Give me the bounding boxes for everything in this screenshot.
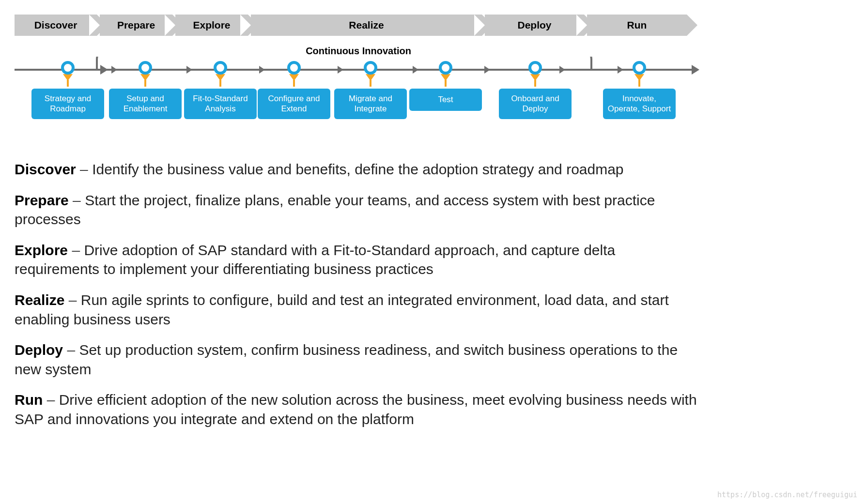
workstream-label: Test xyxy=(438,94,453,105)
node-connector-icon xyxy=(289,74,299,81)
phase-description-deploy: Deploy – Set up production system, confi… xyxy=(15,340,702,379)
node-marker-icon xyxy=(528,61,542,75)
node-connector-bar xyxy=(144,80,146,87)
dash-separator: – xyxy=(47,392,55,408)
node-connector-bar xyxy=(67,80,69,87)
node-connector-icon xyxy=(140,74,150,81)
workstream-box: Fit-to-StandardAnalysis xyxy=(184,89,257,119)
phase-chevron-explore: Explore xyxy=(175,15,248,36)
node-connector-icon xyxy=(634,74,644,81)
phase-text: Identify the business value and benefits… xyxy=(92,161,623,177)
phase-chevron-label: Deploy xyxy=(517,19,551,31)
node-marker-icon xyxy=(61,61,75,75)
phase-text: Drive efficient adoption of the new solu… xyxy=(15,392,697,427)
phase-description-run: Run – Drive efficient adoption of the ne… xyxy=(15,390,702,428)
workstream-box: Innovate,Operate, Support xyxy=(603,89,676,119)
continuous-innovation-text: Continuous Innovation xyxy=(301,46,416,56)
workstream-label: Fit-to-StandardAnalysis xyxy=(193,93,247,114)
continuous-innovation-label: Continuous Innovation xyxy=(15,46,702,57)
phase-chevron-label: Prepare xyxy=(117,19,155,31)
phase-description-realize: Realize – Run agile sprints to configure… xyxy=(15,290,702,329)
phase-chevron-label: Realize xyxy=(349,19,384,31)
workstream-node: Strategy andRoadmap xyxy=(31,61,104,119)
dash-separator: – xyxy=(73,192,81,208)
node-connector-icon xyxy=(441,74,450,81)
workstream-box: Onboard andDeploy xyxy=(499,89,572,119)
phase-chevron-label: Run xyxy=(627,19,647,31)
workstream-label: Migrate andIntegrate xyxy=(349,93,392,114)
phase-chevron-deploy: Deploy xyxy=(485,15,584,36)
node-connector-bar xyxy=(445,80,447,87)
workstream-box: Setup andEnablement xyxy=(109,89,182,119)
workstream-box: Configure andExtend xyxy=(258,89,330,119)
node-connector-bar xyxy=(638,80,640,87)
phase-chevron-discover: Discover xyxy=(15,15,97,36)
phase-descriptions: Discover – Identify the business value a… xyxy=(15,160,702,429)
phase-text: Start the project, finalize plans, enabl… xyxy=(15,192,655,228)
dash-separator: – xyxy=(67,342,75,358)
workstream-box: Migrate andIntegrate xyxy=(334,89,407,119)
phase-text: Drive adoption of SAP standard with a Fi… xyxy=(15,242,615,277)
workstream-label: Strategy andRoadmap xyxy=(45,93,91,114)
workstream-label: Configure andExtend xyxy=(268,93,320,114)
phase-term: Discover xyxy=(15,161,76,177)
workstream-box: Strategy andRoadmap xyxy=(31,89,104,119)
workstream-node: Configure andExtend xyxy=(258,61,330,119)
workstream-node: Setup andEnablement xyxy=(109,61,182,119)
workstream-label: Innovate,Operate, Support xyxy=(608,93,671,114)
node-connector-bar xyxy=(293,80,295,87)
node-connector-icon xyxy=(216,74,225,81)
node-connector-bar xyxy=(370,80,371,87)
workstream-node: Test xyxy=(409,61,482,111)
node-marker-icon xyxy=(633,61,646,75)
workstream-node: Fit-to-StandardAnalysis xyxy=(184,61,257,119)
phase-description-prepare: Prepare – Start the project, finalize pl… xyxy=(15,191,702,229)
phase-chevron-row: DiscoverPrepareExploreRealizeDeployRun xyxy=(15,15,693,36)
workstream-node: Innovate,Operate, Support xyxy=(603,61,676,119)
node-connector-bar xyxy=(534,80,536,87)
phase-chevron-label: Discover xyxy=(34,19,77,31)
workstream-box: Test xyxy=(409,89,482,111)
phase-term: Explore xyxy=(15,242,68,258)
workstream-label: Setup andEnablement xyxy=(124,93,168,114)
phase-term: Prepare xyxy=(15,192,69,208)
node-connector-bar xyxy=(219,80,221,87)
node-marker-icon xyxy=(287,61,301,75)
phase-description-discover: Discover – Identify the business value a… xyxy=(15,160,702,179)
phase-chevron-label: Explore xyxy=(193,19,230,31)
phase-term: Realize xyxy=(15,292,64,308)
activate-methodology-diagram: DiscoverPrepareExploreRealizeDeployRun C… xyxy=(15,15,702,126)
dash-separator: – xyxy=(72,242,80,258)
node-marker-icon xyxy=(214,61,227,75)
phase-chevron-realize: Realize xyxy=(251,15,482,36)
node-marker-icon xyxy=(364,61,377,75)
node-marker-icon xyxy=(439,61,452,75)
phase-chevron-run: Run xyxy=(587,15,687,36)
arrowhead-right-icon xyxy=(692,65,699,75)
workstream-label: Onboard andDeploy xyxy=(511,93,559,114)
phase-description-explore: Explore – Drive adoption of SAP standard… xyxy=(15,241,702,279)
phase-text: Run agile sprints to configure, build an… xyxy=(15,292,669,327)
phase-term: Deploy xyxy=(15,342,63,358)
phase-chevron-prepare: Prepare xyxy=(100,15,172,36)
workstream-node: Migrate andIntegrate xyxy=(334,61,407,119)
phase-term: Run xyxy=(15,392,43,408)
node-connector-icon xyxy=(366,74,375,81)
workstream-node: Onboard andDeploy xyxy=(499,61,572,119)
phase-text: Set up production system, confirm busine… xyxy=(15,342,678,377)
dash-separator: – xyxy=(69,292,77,308)
watermark-text: https://blog.csdn.net/freeguigui xyxy=(717,490,857,499)
axis-arrow-icon xyxy=(484,66,490,74)
node-connector-icon xyxy=(530,74,540,81)
dash-separator: – xyxy=(80,161,88,177)
node-marker-icon xyxy=(139,61,152,75)
node-connector-icon xyxy=(63,74,73,81)
